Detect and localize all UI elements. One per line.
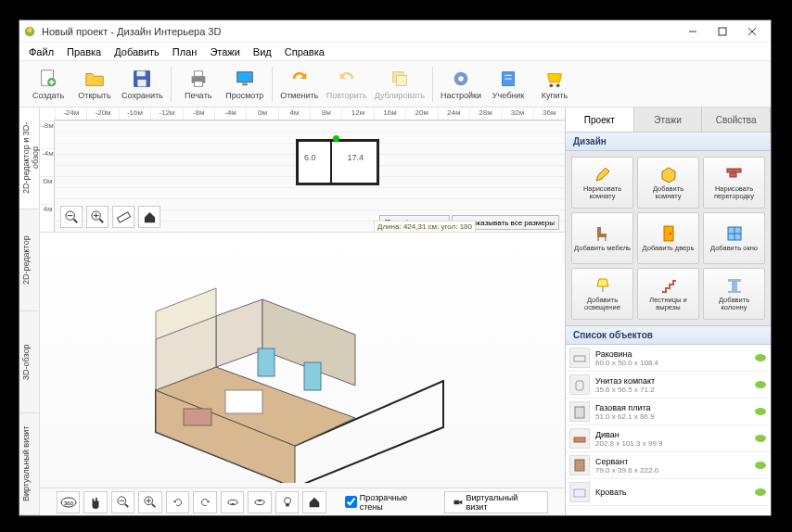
- menu-edit[interactable]: Правка: [61, 44, 107, 59]
- redo-button[interactable]: Повторить: [323, 63, 371, 106]
- add-lighting-button[interactable]: Добавить освещение: [571, 268, 633, 320]
- editor-area: -24м-20м-16м-12м-8м-4м0м4м8м12м16м20м24м…: [40, 108, 565, 515]
- plan-canvas[interactable]: 6.0 17.4 Добавить этаж Показывать все ра…: [55, 120, 565, 232]
- tab-project[interactable]: Проект: [566, 108, 634, 132]
- menu-file[interactable]: Файл: [23, 44, 59, 59]
- add-room-button[interactable]: Добавить комнату: [637, 157, 699, 209]
- print-button[interactable]: Печать: [175, 63, 222, 106]
- visibility-icon[interactable]: [754, 407, 767, 416]
- tab-2d[interactable]: 2D-редактор: [19, 209, 39, 311]
- menu-help[interactable]: Справка: [279, 44, 330, 59]
- ruler-button[interactable]: [112, 206, 134, 228]
- draw-room-button[interactable]: Нарисовать комнату: [571, 157, 633, 209]
- ruler-vertical: -8м-4м0м4м: [40, 120, 55, 232]
- object-name: Раковина: [595, 349, 748, 359]
- zoom-in-button[interactable]: [86, 206, 109, 228]
- floor-plan-outline[interactable]: 6.0 17.4: [296, 139, 379, 185]
- undo-button[interactable]: Отменить: [276, 63, 323, 106]
- duplicate-button[interactable]: Дублировать: [371, 63, 428, 106]
- object-name: Унитаз компакт: [595, 376, 748, 386]
- menu-plan[interactable]: План: [167, 44, 203, 59]
- maximize-button[interactable]: [708, 20, 737, 43]
- tab-3d[interactable]: 3D-обзор: [19, 311, 39, 413]
- visibility-icon[interactable]: [754, 380, 767, 389]
- svg-point-66: [670, 233, 671, 234]
- reset-view-button[interactable]: [302, 491, 326, 513]
- svg-rect-40: [225, 390, 262, 413]
- open-button[interactable]: Открыть: [71, 63, 118, 106]
- menu-view[interactable]: Вид: [248, 44, 277, 59]
- zoom-in-3d-button[interactable]: [138, 491, 161, 513]
- add-column-button[interactable]: Добавить колонну: [703, 268, 765, 320]
- door-icon: [659, 224, 678, 243]
- object-row[interactable]: Унитаз компакт35.6 x 56.5 x 71.2: [566, 372, 771, 399]
- panel-tabs: Проект Этажи Свойства: [566, 108, 771, 132]
- virtual-visit-button[interactable]: Виртуальный визит: [444, 491, 548, 513]
- svg-rect-12: [194, 70, 202, 76]
- plan-handle[interactable]: [333, 135, 339, 142]
- menu-add[interactable]: Добавить: [109, 44, 165, 59]
- object-row[interactable]: Газовая плита51.0 x 62.1 x 86.9: [566, 399, 771, 425]
- rotate-right-button[interactable]: [193, 491, 216, 513]
- stairs-icon: [659, 276, 678, 295]
- rotate-left-button[interactable]: [166, 491, 189, 513]
- view-3d[interactable]: [40, 233, 565, 488]
- svg-line-27: [99, 219, 103, 222]
- object-row[interactable]: Диван202.8 x 101.3 x 99.9: [566, 425, 771, 452]
- app-window: Новый проект - Дизайн Интерьера 3D Файл …: [19, 19, 772, 516]
- right-panel: Проект Этажи Свойства Дизайн Нарисовать …: [565, 108, 771, 515]
- save-button[interactable]: Сохранить: [118, 63, 167, 106]
- add-stairs-button[interactable]: Лестницы и вырезы: [637, 268, 699, 320]
- svg-point-75: [755, 354, 766, 361]
- svg-rect-14: [236, 71, 252, 82]
- tab-properties[interactable]: Свойства: [702, 108, 771, 132]
- tilt-up-button[interactable]: [248, 491, 271, 513]
- visibility-icon[interactable]: [754, 434, 767, 443]
- plan-view-2d[interactable]: -24м-20м-16м-12м-8м-4м0м4м8м12м16м20м24м…: [40, 108, 565, 233]
- settings-button[interactable]: Настройки: [437, 63, 485, 106]
- visibility-icon[interactable]: [754, 353, 767, 362]
- objects-list[interactable]: Раковина60.0 x 50.0 x 108.4 Унитаз компа…: [566, 345, 771, 515]
- svg-point-21: [550, 83, 554, 87]
- object-name: Сервант: [595, 457, 748, 466]
- tutorial-button[interactable]: Учебник: [485, 63, 531, 106]
- add-window-button[interactable]: Добавить окно: [703, 212, 765, 264]
- svg-line-50: [152, 503, 156, 507]
- visibility-icon[interactable]: [754, 488, 767, 497]
- light-button[interactable]: [275, 491, 299, 513]
- object-thumb: [569, 455, 590, 475]
- object-row[interactable]: Сервант79.0 x 39.6 x 222.0: [566, 452, 771, 479]
- visibility-icon[interactable]: [754, 461, 767, 470]
- zoom-out-icon: [65, 210, 79, 224]
- buy-button[interactable]: Купить: [531, 63, 578, 106]
- book-icon: [498, 69, 518, 89]
- tab-2d-3d[interactable]: 2D-редактор и 3D-обзор: [19, 108, 39, 209]
- add-furniture-button[interactable]: Добавить мебель: [571, 212, 633, 264]
- tilt-down-button[interactable]: [221, 491, 244, 513]
- close-button[interactable]: [737, 20, 767, 43]
- object-row[interactable]: Кровать: [566, 479, 771, 506]
- object-row[interactable]: Раковина60.0 x 50.0 x 108.4: [566, 345, 771, 372]
- svg-line-47: [124, 503, 128, 507]
- svg-rect-43: [304, 362, 321, 390]
- draw-wall-button[interactable]: Нарисовать перегородку: [703, 157, 765, 209]
- menu-floors[interactable]: Этажи: [204, 44, 245, 59]
- create-button[interactable]: Создать: [25, 63, 71, 106]
- zoom-out-3d-button[interactable]: [111, 491, 134, 513]
- zoom-out-button[interactable]: [60, 206, 83, 228]
- transparent-walls-checkbox[interactable]: Прозрачные стены: [345, 493, 431, 512]
- undo-icon: [289, 69, 310, 89]
- svg-rect-13: [194, 81, 202, 86]
- preview-button[interactable]: Просмотр: [222, 63, 268, 106]
- home-button[interactable]: [138, 206, 160, 228]
- design-section-header: Дизайн: [566, 132, 771, 151]
- svg-point-19: [458, 76, 464, 82]
- tab-virtual[interactable]: Виртуальный визит: [19, 413, 39, 515]
- home-icon: [308, 496, 321, 509]
- svg-rect-80: [574, 437, 585, 442]
- minimize-button[interactable]: [678, 20, 708, 43]
- pan-button[interactable]: [83, 491, 107, 513]
- add-door-button[interactable]: Добавить дверь: [637, 212, 699, 264]
- tab-floors[interactable]: Этажи: [634, 108, 703, 132]
- orbit-button[interactable]: 360: [57, 491, 80, 513]
